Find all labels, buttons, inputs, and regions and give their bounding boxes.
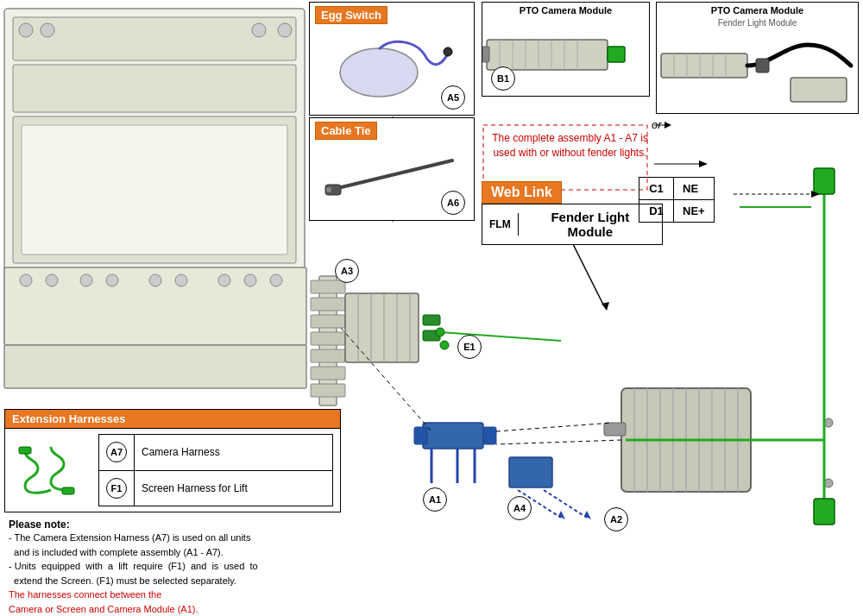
svg-rect-22 [311, 298, 345, 311]
svg-rect-95 [482, 47, 489, 62]
svg-line-66 [496, 423, 613, 431]
flm-badge: FLM [482, 213, 519, 236]
svg-rect-24 [311, 332, 345, 345]
svg-point-69 [436, 328, 444, 336]
pto-right-callout: PTO Camera Module Fender Light Module [656, 2, 859, 114]
a3-label: A3 [335, 259, 359, 283]
svg-rect-102 [756, 59, 769, 72]
ne-table: C1 NE D1 NE+ [639, 177, 715, 223]
assembly-text: The complete assembly A1 - A7 is used wi… [490, 131, 650, 160]
svg-point-11 [46, 274, 58, 286]
svg-rect-57 [814, 499, 835, 525]
svg-rect-26 [311, 367, 345, 380]
svg-point-15 [175, 274, 187, 286]
svg-rect-0 [4, 9, 305, 345]
notes-red-2: Camera or Screen and Camera Module (A1). [9, 602, 337, 617]
svg-marker-62 [699, 160, 708, 167]
svg-marker-80 [602, 302, 609, 311]
cable-tie-title: Cable Tie [315, 122, 377, 140]
ne-d1-label: NE+ [674, 200, 714, 222]
or-text: or [652, 118, 662, 131]
svg-rect-38 [483, 427, 496, 444]
harness-row-f1: F1 Screen Harness for Lift [99, 470, 333, 506]
svg-point-5 [19, 23, 33, 37]
a5-label: A5 [441, 85, 465, 110]
e1-label: E1 [457, 335, 482, 359]
harness-table: A7 Camera Harness F1 Screen Harness for … [98, 434, 333, 506]
harness-a7-label: Camera Harness [135, 435, 333, 471]
svg-marker-75 [584, 511, 591, 519]
svg-rect-52 [604, 423, 626, 436]
svg-rect-37 [414, 427, 427, 444]
svg-line-83 [327, 160, 452, 191]
svg-rect-42 [621, 388, 751, 492]
svg-rect-1 [13, 17, 296, 60]
weblink-title: Web Link [482, 181, 562, 204]
svg-rect-28 [345, 293, 419, 362]
a6-label: A6 [441, 191, 465, 215]
svg-marker-74 [558, 511, 565, 519]
svg-rect-94 [608, 47, 625, 62]
notes-red-1: The harnesses connect between the [9, 588, 337, 602]
svg-line-68 [440, 332, 561, 341]
svg-point-53 [824, 418, 833, 427]
pto-right-subtitle: Fender Light Module [657, 18, 858, 28]
notes-line-3: - Units equipped with a lift require (F1… [9, 559, 337, 574]
svg-line-79 [570, 237, 604, 306]
svg-point-54 [824, 479, 833, 487]
pto-left-title: PTO Camera Module [482, 3, 649, 18]
svg-rect-21 [311, 280, 345, 293]
svg-point-16 [218, 274, 230, 286]
svg-point-10 [20, 274, 32, 286]
svg-point-7 [252, 23, 266, 37]
pto-left-callout: PTO Camera Module B1 [482, 2, 650, 97]
svg-rect-71 [509, 457, 552, 487]
flm-box: FLM Fender Light Module [482, 204, 663, 245]
svg-point-85 [326, 187, 331, 192]
svg-rect-103 [791, 78, 847, 102]
svg-rect-19 [4, 345, 306, 388]
ne-c1-label: NE [674, 178, 707, 199]
svg-point-81 [340, 48, 418, 97]
svg-rect-105 [62, 487, 74, 494]
ne-d1-id: D1 [639, 200, 674, 222]
ext-harnesses-box: Extension Harnesses A7 [4, 409, 341, 512]
notes-section: Please note: - The Camera Extension Harn… [4, 519, 341, 616]
a4-label: A4 [507, 496, 532, 520]
svg-point-12 [80, 274, 92, 286]
harness-row-a7: A7 Camera Harness [99, 435, 333, 471]
svg-rect-27 [311, 384, 345, 397]
svg-marker-64 [811, 191, 820, 198]
svg-line-67 [496, 440, 621, 444]
svg-point-18 [270, 274, 282, 286]
svg-rect-36 [423, 423, 483, 449]
b1-label: B1 [491, 66, 515, 91]
svg-rect-34 [423, 315, 440, 325]
svg-point-82 [444, 47, 452, 56]
svg-rect-104 [19, 447, 31, 454]
main-container: Egg Switch A5 Cable Tie A6 PTO Camera Mo… [0, 0, 863, 616]
svg-point-8 [278, 23, 292, 37]
svg-rect-35 [423, 330, 440, 341]
svg-marker-77 [665, 122, 671, 129]
svg-rect-4 [22, 125, 287, 255]
svg-rect-20 [319, 276, 337, 405]
svg-point-17 [244, 274, 256, 286]
harness-f1-id: F1 [99, 470, 135, 506]
svg-rect-23 [311, 315, 345, 328]
ne-row-c1: C1 NE [639, 178, 714, 200]
svg-point-6 [41, 23, 54, 37]
a2-label: A2 [604, 507, 628, 531]
svg-point-13 [106, 274, 118, 286]
svg-point-70 [440, 341, 449, 349]
pto-right-title: PTO Camera Module [657, 3, 858, 18]
notes-line-2: and is included with complete assembly (… [9, 545, 337, 560]
notes-line-4: extend the Screen. (F1) must be selected… [9, 574, 337, 588]
harness-f1-label: Screen Harness for Lift [135, 470, 333, 506]
svg-rect-25 [311, 349, 345, 362]
cable-tie-callout: Cable Tie A6 [309, 117, 475, 221]
svg-rect-56 [814, 168, 835, 194]
notes-title: Please note: [9, 519, 337, 531]
svg-rect-2 [13, 65, 296, 112]
harness-a7-id: A7 [99, 435, 135, 471]
